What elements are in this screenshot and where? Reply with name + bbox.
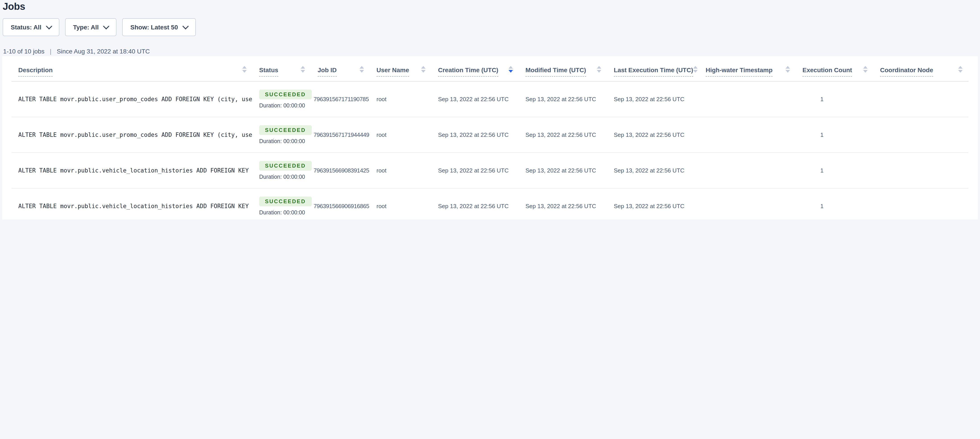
sort-asc-icon — [360, 66, 364, 69]
sort-asc-icon — [597, 66, 601, 69]
job-description[interactable]: ALTER TABLE movr.public.vehicle_location… — [11, 203, 253, 209]
table-row: ALTER TABLE movr.public.user_promo_codes… — [11, 82, 969, 117]
column-header-label-high_water[interactable]: High-water Timestamp — [706, 67, 773, 77]
execution-count: 1 — [796, 203, 873, 209]
sort-asc-icon — [242, 66, 247, 69]
last-execution-time: Sep 13, 2022 at 22:56 UTC — [607, 167, 699, 174]
chevron-down-icon — [103, 23, 109, 29]
sort-desc-icon — [863, 70, 868, 73]
type-filter-label: Type: All — [73, 24, 99, 31]
column-header-created: Creation Time (UTC) — [431, 66, 519, 77]
job-id: 796391567171944449 — [311, 132, 370, 138]
last-execution-time: Sep 13, 2022 at 22:56 UTC — [607, 132, 699, 138]
job-id: 796391566908391425 — [311, 167, 370, 174]
job-duration: Duration: 00:00:00 — [259, 209, 311, 216]
sort-asc-icon — [863, 66, 868, 69]
sort-asc-icon — [786, 66, 790, 69]
modified-time: Sep 13, 2022 at 22:56 UTC — [519, 96, 607, 103]
status-filter-dropdown[interactable]: Status: All — [3, 18, 59, 36]
column-header-label-user[interactable]: User Name — [377, 67, 409, 77]
modified-time: Sep 13, 2022 at 22:56 UTC — [519, 203, 607, 209]
job-description[interactable]: ALTER TABLE movr.public.vehicle_location… — [11, 167, 253, 174]
execution-count: 1 — [796, 96, 873, 103]
table-row: ALTER TABLE movr.public.vehicle_location… — [11, 153, 969, 189]
column-header-user: User Name — [370, 66, 431, 77]
column-header-exec_count: Execution Count — [796, 66, 873, 77]
sort-desc-icon — [242, 70, 247, 73]
user-name: root — [370, 132, 431, 138]
sort-arrows-icon[interactable] — [958, 66, 963, 77]
sort-desc-icon — [509, 70, 513, 73]
column-header-label-coordinator[interactable]: Coordinator Node — [880, 67, 933, 77]
table-header-row: DescriptionStatusJob IDUser NameCreation… — [11, 56, 969, 82]
sort-asc-icon — [421, 66, 426, 69]
page-title: Jobs — [0, 0, 980, 13]
sort-desc-icon — [693, 70, 698, 73]
sort-arrows-icon[interactable] — [360, 66, 364, 77]
column-header-label-job_id[interactable]: Job ID — [318, 67, 337, 77]
type-filter-dropdown[interactable]: Type: All — [65, 18, 116, 36]
column-header-label-modified[interactable]: Modified Time (UTC) — [525, 67, 586, 77]
creation-time: Sep 13, 2022 at 22:56 UTC — [431, 96, 519, 103]
jobs-table: DescriptionStatusJob IDUser NameCreation… — [2, 56, 978, 220]
modified-time: Sep 13, 2022 at 22:56 UTC — [519, 132, 607, 138]
sort-arrows-icon[interactable] — [242, 66, 247, 77]
chevron-down-icon — [183, 23, 189, 29]
sort-arrows-icon[interactable] — [786, 66, 790, 77]
last-execution-time: Sep 13, 2022 at 22:56 UTC — [607, 203, 699, 209]
sort-desc-icon — [597, 70, 601, 73]
job-duration: Duration: 00:00:00 — [259, 103, 311, 109]
execution-count: 1 — [796, 167, 873, 174]
sort-asc-icon — [693, 66, 698, 69]
column-header-label-created[interactable]: Creation Time (UTC) — [438, 67, 498, 77]
show-filter-dropdown[interactable]: Show: Latest 50 — [123, 18, 196, 36]
column-header-label-status[interactable]: Status — [259, 67, 278, 77]
column-header-modified: Modified Time (UTC) — [519, 66, 607, 77]
column-header-label-last_exec[interactable]: Last Execution Time (UTC) — [614, 67, 693, 77]
user-name: root — [370, 203, 431, 209]
sort-arrows-icon[interactable] — [301, 66, 305, 77]
table-body: ALTER TABLE movr.public.user_promo_codes… — [11, 82, 969, 220]
user-name: root — [370, 167, 431, 174]
show-filter-label: Show: Latest 50 — [130, 24, 178, 31]
sort-arrows-icon[interactable] — [693, 66, 698, 77]
results-since: Since Aug 31, 2022 at 18:40 UTC — [57, 48, 150, 55]
sort-arrows-icon[interactable] — [509, 66, 513, 77]
job-duration: Duration: 00:00:00 — [259, 138, 311, 144]
sort-asc-icon — [301, 66, 305, 69]
table-row: ALTER TABLE movr.public.vehicle_location… — [11, 189, 969, 220]
sort-arrows-icon[interactable] — [863, 66, 868, 77]
sort-asc-icon — [958, 66, 963, 69]
column-header-status: Status — [253, 66, 311, 77]
table-row: ALTER TABLE movr.public.user_promo_codes… — [11, 117, 969, 153]
column-header-coordinator: Coordinator Node — [873, 66, 969, 77]
last-execution-time: Sep 13, 2022 at 22:56 UTC — [607, 96, 699, 103]
chevron-down-icon — [46, 23, 52, 29]
job-id: 796391567171190785 — [311, 96, 370, 103]
sort-desc-icon — [421, 70, 426, 73]
status-badge: SUCCEEDED — [259, 125, 312, 135]
sort-desc-icon — [786, 70, 790, 73]
column-header-description: Description — [11, 66, 253, 77]
summary-divider: | — [50, 48, 51, 55]
column-header-high_water: High-water Timestamp — [699, 66, 796, 77]
creation-time: Sep 13, 2022 at 22:56 UTC — [431, 132, 519, 138]
job-duration: Duration: 00:00:00 — [259, 174, 311, 180]
job-description[interactable]: ALTER TABLE movr.public.user_promo_codes… — [11, 96, 253, 103]
sort-desc-icon — [958, 70, 963, 73]
creation-time: Sep 13, 2022 at 22:56 UTC — [431, 167, 519, 174]
job-status: SUCCEEDEDDuration: 00:00:00 — [253, 125, 311, 144]
column-header-label-exec_count[interactable]: Execution Count — [802, 67, 852, 77]
status-badge: SUCCEEDED — [259, 161, 312, 171]
creation-time: Sep 13, 2022 at 22:56 UTC — [431, 203, 519, 209]
status-filter-label: Status: All — [11, 24, 41, 31]
column-header-label-description[interactable]: Description — [18, 67, 52, 77]
sort-desc-icon — [301, 70, 305, 73]
user-name: root — [370, 96, 431, 103]
sort-arrows-icon[interactable] — [421, 66, 426, 77]
filter-bar: Status: All Type: All Show: Latest 50 — [3, 18, 980, 36]
results-summary: 1-10 of 10 jobs | Since Aug 31, 2022 at … — [3, 48, 980, 55]
sort-arrows-icon[interactable] — [597, 66, 601, 77]
job-description[interactable]: ALTER TABLE movr.public.user_promo_codes… — [11, 132, 253, 138]
modified-time: Sep 13, 2022 at 22:56 UTC — [519, 167, 607, 174]
